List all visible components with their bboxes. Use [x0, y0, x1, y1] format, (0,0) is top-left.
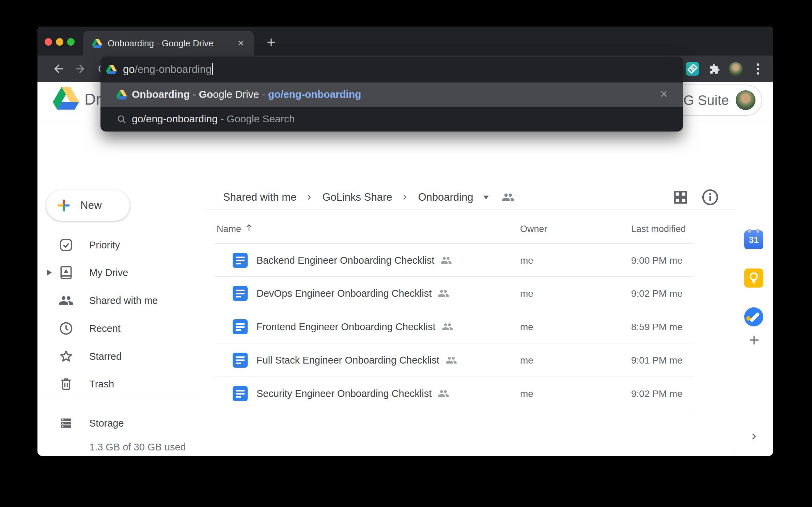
file-owner: me — [520, 322, 533, 333]
omnibox-dropdown: go/eng-onboarding Onboarding - Google Dr… — [100, 57, 683, 132]
collapse-rail-chevron-icon[interactable] — [748, 431, 760, 442]
sidebar-item-my-drive[interactable]: My Drive — [37, 259, 206, 287]
sidebar-item-label: Storage — [89, 418, 124, 429]
info-icon[interactable] — [701, 188, 719, 206]
zoom-window-button[interactable] — [67, 38, 75, 46]
omnibox-completion-text: /eng-onboarding — [135, 63, 212, 75]
file-name: Frontend Engineer Onboarding Checklist — [256, 321, 436, 333]
account-avatar[interactable] — [736, 90, 755, 110]
file-modified: 9:02 PM me — [631, 388, 683, 399]
chrome-menu-icon[interactable] — [756, 63, 760, 75]
column-header-owner[interactable]: Owner — [520, 224, 547, 234]
sidebar-item-label: Recent — [89, 323, 121, 334]
file-owner: me — [520, 255, 533, 266]
file-modified: 9:02 PM me — [631, 288, 683, 299]
file-modified: 8:59 PM me — [631, 322, 683, 333]
add-apps-icon[interactable] — [747, 333, 762, 348]
browser-profile-avatar[interactable] — [729, 62, 743, 76]
grid-view-icon[interactable] — [673, 189, 688, 205]
remove-suggestion-icon[interactable]: × — [657, 87, 671, 101]
drive-favicon-icon — [106, 64, 117, 75]
storage-icon — [59, 416, 74, 431]
side-apps-rail — [735, 121, 773, 456]
shared-people-icon — [438, 289, 449, 298]
sidebar-item-label: Shared with me — [89, 295, 158, 306]
sidebar-item-shared-with-me[interactable]: Shared with me — [37, 287, 206, 314]
calendar-icon[interactable]: 31 — [744, 230, 763, 249]
browser-window: Onboarding - Google Drive × + Dri — [37, 27, 773, 456]
file-name: Security Engineer Onboarding Checklist — [256, 388, 432, 399]
tab-title: Onboarding - Google Drive — [108, 31, 214, 56]
file-name: DevOps Engineer Onboarding Checklist — [256, 288, 432, 299]
sidebar-item-label: Trash — [89, 379, 114, 390]
back-icon[interactable] — [52, 62, 65, 75]
tasks-icon[interactable] — [744, 307, 763, 326]
drive-logo-icon[interactable] — [53, 87, 79, 110]
file-owner: me — [520, 388, 533, 399]
folder-menu-caret-icon[interactable] — [483, 196, 489, 199]
rail-divider — [747, 249, 761, 249]
column-header-modified[interactable]: Last modified — [631, 224, 686, 234]
breadcrumb-shared-with-me[interactable]: Shared with me — [223, 191, 296, 203]
sidebar-item-recent[interactable]: Recent — [37, 314, 206, 342]
people-icon — [59, 293, 74, 308]
table-header-row: Name Owner Last modified — [215, 224, 694, 243]
suggestion-onboarding-google-drive[interactable]: Onboarding - Google Drive - go/eng-onboa… — [100, 82, 683, 107]
shared-people-icon — [440, 256, 452, 265]
drive-suggestion-icon — [116, 89, 127, 100]
table-row[interactable]: Frontend Engineer Onboarding Checklist m… — [215, 310, 694, 343]
sidebar-item-label: Priority — [89, 240, 120, 251]
table-row[interactable]: Security Engineer Onboarding Checklist m… — [215, 377, 694, 410]
chevron-right-icon — [400, 193, 410, 202]
google-doc-icon — [233, 386, 248, 401]
forward-icon[interactable] — [74, 62, 87, 75]
tab-close-icon[interactable]: × — [235, 37, 247, 49]
trash-icon — [59, 377, 74, 391]
table-row[interactable]: DevOps Engineer Onboarding Checklist me … — [215, 277, 694, 310]
shared-folder-people-icon — [502, 192, 515, 202]
breadcrumb-onboarding[interactable]: Onboarding — [418, 191, 473, 203]
sidebar-item-trash[interactable]: Trash — [37, 370, 206, 398]
tab-onboarding-google-drive[interactable]: Onboarding - Google Drive × — [83, 31, 254, 56]
sidebar-item-label: Starred — [89, 351, 122, 362]
google-doc-icon — [233, 319, 248, 334]
sidebar-item-starred[interactable]: Starred — [37, 342, 206, 370]
keep-icon[interactable] — [744, 268, 763, 288]
table-row[interactable]: Full Stack Engineer Onboarding Checklist… — [215, 343, 694, 377]
sort-ascending-icon[interactable] — [244, 222, 254, 233]
storage-usage-text: 1.3 GB of 30 GB used — [89, 442, 186, 453]
new-tab-button[interactable]: + — [262, 31, 281, 56]
my-drive-icon — [59, 265, 74, 280]
sidebar-item-priority[interactable]: Priority — [37, 231, 206, 259]
file-name: Backend Engineer Onboarding Checklist — [256, 255, 434, 266]
table-row[interactable]: Backend Engineer Onboarding Checklist me… — [215, 243, 694, 277]
file-list: Backend Engineer Onboarding Checklist me… — [215, 243, 694, 410]
golinks-extension-icon[interactable] — [686, 62, 699, 76]
file-modified: 9:01 PM me — [631, 355, 683, 366]
calendar-day: 31 — [749, 235, 759, 245]
google-doc-icon — [233, 253, 248, 268]
sidebar-divider — [37, 397, 202, 397]
minimize-window-button[interactable] — [56, 38, 63, 46]
breadcrumb-divider — [206, 210, 735, 210]
shared-people-icon — [446, 356, 457, 365]
column-header-name[interactable]: Name — [217, 224, 241, 234]
shared-people-icon — [438, 389, 449, 398]
sidebar-item-label: My Drive — [89, 267, 128, 278]
priority-icon — [59, 237, 74, 252]
expand-arrow-icon[interactable] — [47, 270, 52, 276]
text-caret — [212, 63, 213, 75]
suggestion-google-search[interactable]: go/eng-onboarding - Google Search — [100, 107, 683, 132]
sidebar-item-storage[interactable]: Storage — [37, 409, 206, 437]
google-doc-icon — [233, 286, 248, 301]
file-owner: me — [520, 355, 533, 366]
clock-icon — [59, 321, 74, 336]
breadcrumb: Shared with me GoLinks Share Onboarding — [223, 188, 515, 207]
new-button[interactable]: New — [46, 190, 130, 221]
omnibox-input[interactable]: go/eng-onboarding — [100, 57, 683, 82]
title-bar: Onboarding - Google Drive × + — [37, 27, 773, 56]
new-button-label: New — [80, 199, 102, 212]
breadcrumb-golinks-share[interactable]: GoLinks Share — [322, 191, 392, 203]
close-window-button[interactable] — [45, 38, 52, 46]
extensions-puzzle-icon[interactable] — [709, 64, 720, 75]
